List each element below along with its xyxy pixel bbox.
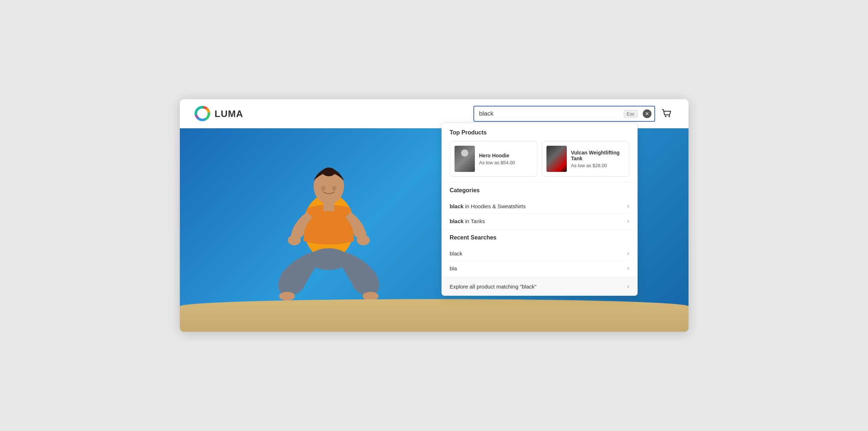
hoodie-thumb-img — [455, 146, 475, 172]
product-card-tank[interactable]: Vulcan Weightlifting Tank As low as $28.… — [542, 141, 629, 177]
product-thumb-hoodie — [455, 146, 475, 172]
explore-arrow-icon: › — [627, 283, 629, 290]
arrow-icon-hoodies: › — [627, 203, 629, 209]
recent-searches-section: Recent Searches black › bla › — [442, 230, 637, 277]
products-grid: Hero Hoodie As low as $54.00 Vul — [450, 141, 629, 177]
svg-point-7 — [288, 235, 301, 245]
svg-point-9 — [279, 292, 295, 301]
explore-footer[interactable]: Explore all product matching "black" › — [442, 277, 637, 295]
category-rest-hoodies: in Hoodies & Sweatshirts — [464, 203, 526, 209]
recent-text-bla: bla — [450, 265, 457, 271]
category-item-hoodies[interactable]: black in Hoodies & Sweatshirts › — [450, 199, 629, 214]
product-info-tank: Vulcan Weightlifting Tank As low as $28.… — [571, 150, 625, 168]
arrow-icon-bla: › — [627, 265, 629, 271]
header: LUMA Esc ✕ Top Products — [180, 99, 689, 128]
svg-point-5 — [322, 168, 335, 176]
cart-button[interactable] — [659, 106, 674, 122]
product-name-hoodie: Hero Hoodie — [479, 153, 533, 158]
product-name-tank: Vulcan Weightlifting Tank — [571, 150, 625, 161]
category-text-hoodies: black in Hoodies & Sweatshirts — [450, 203, 526, 209]
browser-window: LUMA Esc ✕ Top Products — [180, 99, 689, 332]
svg-rect-6 — [323, 201, 334, 211]
product-info-hoodie: Hero Hoodie As low as $54.00 — [479, 153, 533, 165]
svg-point-8 — [357, 235, 370, 245]
top-products-section: Top Products Hero Hoodie As low as $54.0… — [442, 123, 637, 182]
product-price-hoodie: As low as $54.00 — [479, 160, 533, 165]
explore-text: Explore all product matching "black" — [450, 283, 537, 290]
arrow-icon-black: › — [627, 250, 629, 257]
svg-point-2 — [669, 116, 670, 117]
recent-searches-title: Recent Searches — [450, 234, 629, 241]
product-card-hoodie[interactable]: Hero Hoodie As low as $54.00 — [450, 141, 537, 177]
svg-point-13 — [332, 186, 336, 191]
logo-area: LUMA — [194, 106, 243, 122]
tank-thumb-img — [546, 146, 567, 172]
category-item-tanks[interactable]: black in Tanks › — [450, 214, 629, 228]
categories-title: Categories — [450, 187, 629, 194]
arrow-icon-tanks: › — [627, 218, 629, 224]
hero-sand — [180, 299, 689, 332]
luma-logo-icon — [194, 106, 210, 122]
header-right: Esc ✕ Top Products — [473, 106, 674, 122]
recent-text-black: black — [450, 250, 463, 257]
search-dropdown: Top Products Hero Hoodie As low as $54.0… — [441, 122, 638, 296]
recent-item-black[interactable]: black › — [450, 246, 629, 261]
category-rest-tanks: in Tanks — [464, 218, 485, 224]
product-thumb-tank — [546, 146, 567, 172]
search-clear-button[interactable]: ✕ — [643, 109, 651, 118]
cart-icon — [661, 115, 673, 120]
categories-section: Categories black in Hoodies & Sweatshirt… — [442, 182, 637, 230]
category-text-tanks: black in Tanks — [450, 218, 485, 224]
top-products-title: Top Products — [450, 129, 629, 136]
product-price-tank: As low as $28.00 — [571, 163, 625, 168]
svg-point-11 — [309, 248, 349, 270]
svg-point-12 — [321, 186, 326, 191]
esc-button[interactable]: Esc — [624, 110, 638, 118]
category-bold-hoodies: black — [450, 203, 464, 209]
logo-text: LUMA — [215, 108, 243, 120]
recent-item-bla[interactable]: bla › — [450, 261, 629, 275]
svg-point-1 — [665, 116, 666, 117]
category-bold-tanks: black — [450, 218, 464, 224]
